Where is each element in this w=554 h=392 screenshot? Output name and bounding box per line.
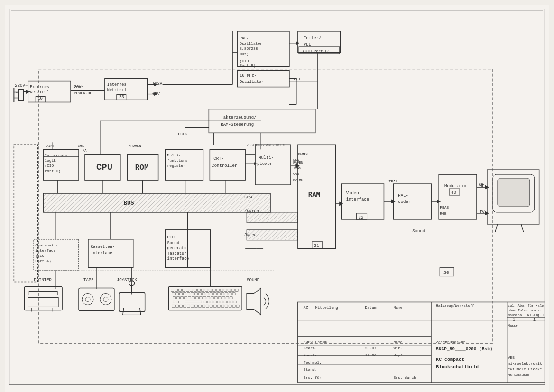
svg-text:plexer: plexer: [257, 162, 272, 166]
svg-text:Multi-: Multi-: [259, 155, 274, 160]
svg-text:1: 1: [533, 318, 536, 322]
svg-text:Bearb.: Bearb.: [304, 346, 317, 350]
svg-text:Name: Name: [393, 340, 402, 344]
svg-text:M2,MG: M2,MG: [293, 178, 303, 182]
svg-text:PRINTER: PRINTER: [34, 278, 52, 283]
svg-text:Internes: Internes: [107, 82, 127, 87]
svg-text:Blockschaltbild: Blockschaltbild: [436, 365, 479, 370]
svg-text:(CIO Port B): (CIO Port B): [303, 49, 330, 53]
svg-text:23: 23: [119, 95, 124, 100]
svg-text:Sound: Sound: [412, 229, 425, 234]
svg-rect-149: [498, 178, 530, 207]
svg-text:Takterzeugung/: Takterzeugung/: [221, 115, 256, 120]
svg-rect-300: [247, 230, 298, 240]
svg-text:Tastatur-: Tastatur-: [167, 251, 189, 256]
svg-text:Video-: Video-: [346, 191, 361, 196]
svg-text:(CIO: (CIO: [240, 59, 249, 63]
svg-text:Modulator: Modulator: [444, 184, 467, 189]
svg-rect-299: [247, 212, 298, 223]
svg-text:Halbzeug/Werkstoff: Halbzeug/Werkstoff: [436, 304, 474, 308]
svg-text:Multi-: Multi-: [167, 153, 181, 157]
svg-text:Name: Name: [393, 305, 402, 310]
svg-text:generator: generator: [167, 246, 189, 251]
svg-rect-109: [43, 193, 270, 212]
svg-text:20: 20: [443, 270, 449, 275]
svg-text:RGB: RGB: [440, 211, 447, 216]
svg-text:zul. Abw. für Maße: zul. Abw. für Maße: [508, 304, 544, 308]
svg-text:18.06: 18.06: [365, 353, 377, 357]
svg-text:Kassetten-: Kassetten-: [91, 245, 115, 249]
svg-text:/ROMEN: /ROMEN: [129, 144, 141, 148]
svg-text:interface: interface: [167, 256, 189, 261]
svg-text:interface: interface: [346, 197, 369, 202]
svg-text:Oszillator: Oszillator: [240, 80, 264, 84]
svg-text:(CIO-: (CIO-: [35, 254, 46, 258]
svg-text:22: 22: [359, 215, 364, 220]
svg-text:CRT-: CRT-: [213, 156, 224, 161]
svg-text:Port A): Port A): [35, 259, 51, 263]
svg-text:25.07: 25.07: [365, 346, 377, 350]
svg-text:register: register: [167, 164, 185, 168]
svg-text:mikroelektronik: mikroelektronik: [508, 361, 542, 365]
svg-text:KC compact: KC compact: [436, 357, 464, 362]
svg-text:/HSYNC,/VSYNC,DISEN: /HSYNC,/VSYNC,DISEN: [247, 143, 284, 147]
svg-text:MHz): MHz): [240, 52, 249, 56]
svg-text:SOUND: SOUND: [247, 278, 259, 283]
svg-text:RAS: RAS: [293, 158, 299, 162]
diagram-area: AZ Mitteilung Datum Name 1989 Datum Name…: [5, 5, 549, 392]
svg-text:Hopf.: Hopf.: [393, 353, 405, 357]
svg-text:PLL: PLL: [304, 42, 311, 47]
svg-text:8,867238: 8,867238: [240, 46, 258, 51]
svg-text:"Wilhelm Pieck": "Wilhelm Pieck": [508, 367, 542, 371]
svg-text:MA: MA: [83, 149, 87, 153]
svg-text:Port B): Port B): [240, 64, 255, 68]
svg-text:interface: interface: [91, 251, 112, 255]
svg-text:TPAL: TPAL: [388, 179, 397, 183]
svg-text:Centronics-: Centronics-: [35, 243, 60, 247]
svg-text:Zeichnungs-Nr.: Zeichnungs-Nr.: [436, 340, 468, 344]
svg-text:POWER·DC: POWER·DC: [74, 91, 92, 95]
svg-text:logik: logik: [45, 158, 56, 163]
svg-text:Port C): Port C): [45, 169, 60, 173]
svg-text:Externes: Externes: [30, 85, 49, 90]
svg-text:RAM-Steuerung: RAM-Steuerung: [221, 122, 254, 127]
svg-text:ohne Toleranzanz.: ohne Toleranzanz.: [508, 309, 542, 312]
svg-text:SMA: SMA: [78, 144, 84, 148]
svg-text:Stand.: Stand.: [304, 367, 317, 372]
svg-text:ROM: ROM: [135, 164, 149, 172]
svg-text:21: 21: [314, 244, 319, 248]
svg-text:Datum: Datum: [365, 305, 377, 310]
svg-text:BUS: BUS: [124, 200, 134, 207]
svg-text:(CIO-: (CIO-: [45, 164, 56, 168]
svg-text:HF: HF: [479, 182, 483, 187]
svg-text:1: 1: [513, 318, 515, 322]
svg-text:+12V: +12V: [152, 82, 163, 86]
svg-text:~: ~: [16, 91, 18, 96]
svg-text:/INT: /INT: [46, 144, 55, 148]
svg-text:Netzteil: Netzteil: [107, 88, 127, 92]
svg-text:Interrupt-: Interrupt-: [45, 153, 67, 157]
svg-text:CAS: CAS: [293, 172, 299, 176]
svg-text:1989: 1989: [304, 340, 313, 344]
svg-text:RAMEN: RAMEN: [298, 153, 308, 156]
svg-text:PAL-: PAL-: [240, 36, 249, 40]
svg-text:Masse: Masse: [508, 324, 518, 328]
svg-text:coder: coder: [398, 200, 411, 204]
svg-text:Wir.: Wir.: [393, 346, 402, 350]
svg-text:AZ: AZ: [304, 305, 308, 310]
svg-text:Ers. durch: Ers. durch: [393, 375, 416, 380]
svg-text:Oszillator: Oszillator: [240, 41, 262, 46]
svg-text:16 MHz-: 16 MHz-: [240, 73, 257, 78]
svg-text:Sound-: Sound-: [167, 241, 182, 246]
svg-text:RAM: RAM: [308, 191, 320, 199]
svg-text:220V~: 220V~: [15, 83, 28, 88]
svg-text:Mitteilung: Mitteilung: [315, 305, 338, 310]
svg-text:Ers. für: Ers. für: [304, 375, 322, 380]
svg-text:Maßstab: Maßstab: [508, 313, 522, 317]
svg-text:funktions-: funktions-: [167, 158, 190, 163]
svg-text:CPU: CPU: [96, 162, 112, 173]
svg-text:Konstr.: Konstr.: [304, 353, 319, 357]
page: AZ Mitteilung Datum Name 1989 Datum Name…: [0, 0, 554, 392]
svg-text:Nl.Ang. Bl.Nr.: Nl.Ang. Bl.Nr.: [527, 313, 549, 317]
svg-text:20V~: 20V~: [74, 85, 83, 89]
